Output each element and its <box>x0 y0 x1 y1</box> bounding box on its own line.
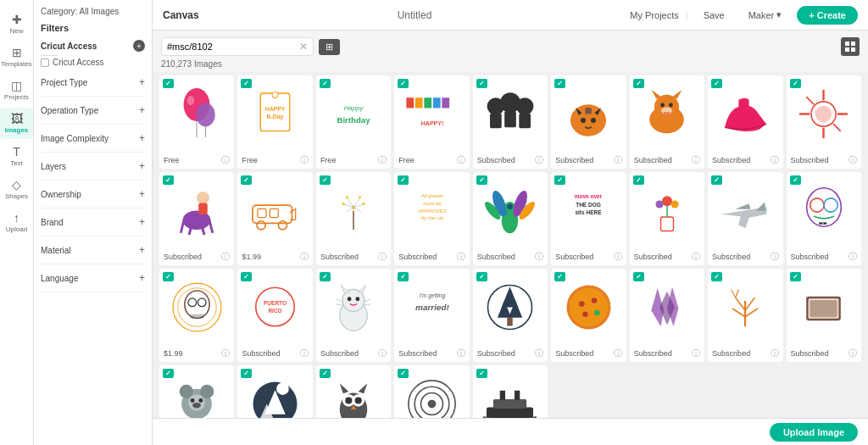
image-info-icon[interactable]: ⓘ <box>849 251 857 263</box>
nav-item-new[interactable]: ✚ New <box>0 8 33 40</box>
document-title: Untitled <box>398 9 432 21</box>
image-card[interactable]: ✓ Subscribed ⓘ <box>787 75 861 169</box>
maker-button[interactable]: Maker ▾ <box>740 6 791 24</box>
filter-section-language[interactable]: Language + <box>41 270 145 292</box>
image-card[interactable]: ✓ Subscribed ⓘ <box>473 75 548 169</box>
image-info-icon[interactable]: ⓘ <box>614 348 622 359</box>
image-card[interactable]: ✓ Free ⓘ <box>159 75 234 169</box>
image-info-icon[interactable]: ⓘ <box>378 251 387 263</box>
nav-item-text[interactable]: T Text <box>0 141 33 172</box>
image-card[interactable]: ✓ Subscribed ⓘ <box>630 75 704 169</box>
image-info-icon[interactable]: ⓘ <box>457 251 465 263</box>
image-info-icon[interactable]: ⓘ <box>614 154 622 166</box>
svg-rect-96 <box>823 222 826 224</box>
image-card[interactable]: ✓ $1.99 ⓘ <box>159 269 234 362</box>
save-button[interactable]: Save <box>695 7 733 24</box>
upload-image-button[interactable]: Upload Image <box>770 423 858 442</box>
nav-item-projects[interactable]: ◫ Projects <box>0 75 33 106</box>
svg-point-154 <box>276 382 289 395</box>
filter-section-ownership[interactable]: Ownership + <box>41 186 145 209</box>
svg-rect-57 <box>270 209 278 217</box>
image-info-icon[interactable]: ⓘ <box>692 348 700 359</box>
image-card[interactable]: ✓ HAPPY! Free ⓘ <box>394 75 469 169</box>
cricut-access-checkbox[interactable] <box>41 58 49 67</box>
image-card[interactable]: ✓ Subscribed ⓘ <box>316 365 391 418</box>
image-card[interactable]: ✓ Subscribed ⓘ <box>473 172 548 265</box>
image-card[interactable]: ✓ Subscribed ⓘ <box>473 365 548 418</box>
filter-section-operation-type[interactable]: Operation Type + <box>41 102 145 125</box>
filter-section-material[interactable]: Material + <box>41 242 145 264</box>
image-card[interactable]: ✓ All guestsmust beAPPROVEDby the cat Su… <box>394 172 469 265</box>
filter-section-project-type[interactable]: Project Type + <box>41 74 145 97</box>
image-label-row: Subscribed ⓘ <box>551 152 626 169</box>
image-card[interactable]: ✓ Subscribed ⓘ <box>787 269 861 362</box>
image-info-icon[interactable]: ⓘ <box>221 348 230 359</box>
image-info-icon[interactable]: ⓘ <box>221 154 230 166</box>
svg-point-70 <box>342 202 345 204</box>
image-info-icon[interactable]: ⓘ <box>614 251 622 263</box>
image-info-icon[interactable]: ⓘ <box>535 154 543 166</box>
image-info-icon[interactable]: ⓘ <box>378 348 387 359</box>
image-card[interactable]: ✓ Subscribed ⓘ <box>316 269 391 362</box>
search-go-button[interactable]: ⊞ <box>319 39 340 55</box>
cricut-access-item[interactable]: Cricut Access <box>41 58 145 67</box>
filter-section-layers[interactable]: Layers + <box>41 158 145 181</box>
image-card[interactable]: ✓ Subscribed ⓘ <box>316 172 391 265</box>
svg-point-88 <box>662 196 672 206</box>
image-card[interactable]: ✓ Subscribed ⓘ <box>473 269 548 362</box>
create-button[interactable]: + Create <box>797 6 858 25</box>
filter-section-brand[interactable]: Brand + <box>41 214 145 236</box>
search-clear-button[interactable]: ✕ <box>299 41 308 53</box>
image-card[interactable]: ✓ Subscribed ⓘ <box>394 365 469 418</box>
image-card[interactable]: ✓ Subscribed ⓘ <box>787 172 861 265</box>
image-card[interactable]: ✓ Subscribed ⓘ <box>237 365 312 418</box>
image-preview: ✓ <box>159 365 234 418</box>
cricut-access-add-button[interactable]: + <box>133 40 145 52</box>
my-projects-label[interactable]: My Projects <box>630 10 678 20</box>
image-info-icon[interactable]: ⓘ <box>300 348 309 359</box>
image-card[interactable]: ✓ $1.99 ⓘ <box>237 172 312 265</box>
image-info-icon[interactable]: ⓘ <box>300 251 309 263</box>
image-card[interactable]: ✓ Subscribed ⓘ <box>551 269 626 362</box>
image-info-icon[interactable]: ⓘ <box>535 348 543 359</box>
image-card[interactable]: ✓ PUERTORICO Subscribed ⓘ <box>237 269 312 362</box>
image-card[interactable]: ✓ Subscribed ⓘ <box>551 75 626 169</box>
image-card[interactable]: ✓ Subscribed ⓘ <box>159 172 234 265</box>
image-info-icon[interactable]: ⓘ <box>457 154 465 166</box>
image-info-icon[interactable]: ⓘ <box>771 154 779 166</box>
image-info-icon[interactable]: ⓘ <box>771 251 779 263</box>
svg-point-58 <box>257 220 265 229</box>
image-info-icon[interactable]: ⓘ <box>849 154 857 166</box>
filter-section-image-complexity[interactable]: Image Complexity + <box>41 130 145 153</box>
image-card[interactable]: ✓ HappyBirthday Free ⓘ <box>316 75 391 169</box>
grid-view-button[interactable] <box>841 37 860 56</box>
image-card[interactable]: ✓ Subscribed ⓘ <box>630 172 704 265</box>
image-info-icon[interactable]: ⓘ <box>771 348 779 359</box>
image-card[interactable]: ✓ HAPPYB-Day Free ⓘ <box>237 75 312 169</box>
nav-item-templates[interactable]: ⊞ Templates <box>0 42 33 73</box>
image-info-icon[interactable]: ⓘ <box>300 154 309 166</box>
image-info-icon[interactable]: ⓘ <box>378 154 387 166</box>
image-card[interactable]: ✓ move overTHE DOGsits HERE Subscribed ⓘ <box>551 172 626 265</box>
svg-rect-19 <box>442 97 449 108</box>
image-card[interactable]: ✓ I'm gettingmarried! Subscribed ⓘ <box>394 269 469 362</box>
image-card[interactable]: ✓ Subscribed ⓘ <box>708 75 782 169</box>
image-card[interactable]: ✓ Subscribed ⓘ <box>708 269 782 362</box>
nav-item-shapes[interactable]: ◇ Shapes <box>0 174 33 205</box>
image-info-icon[interactable]: ⓘ <box>849 348 857 359</box>
image-card[interactable]: ✓ Subscribed ⓘ <box>159 365 234 418</box>
filters-title: Filters <box>41 23 145 33</box>
svg-rect-3 <box>851 47 855 52</box>
image-info-icon[interactable]: ⓘ <box>457 348 465 359</box>
nav-item-upload[interactable]: ↑ Upload <box>0 207 33 238</box>
image-info-icon[interactable]: ⓘ <box>535 251 543 263</box>
image-info-icon[interactable]: ⓘ <box>692 154 700 166</box>
nav-item-images[interactable]: 🖼 Images <box>0 108 33 139</box>
search-input[interactable] <box>167 42 299 52</box>
image-info-icon[interactable]: ⓘ <box>692 251 700 263</box>
image-card[interactable]: ✓ Subscribed ⓘ <box>708 172 782 265</box>
image-info-icon[interactable]: ⓘ <box>221 251 230 263</box>
svg-point-102 <box>198 298 206 306</box>
image-grid-wrap[interactable]: ✓ Free ⓘ ✓ HAPPYB-Day Free ⓘ ✓ HappyBirt… <box>153 72 868 418</box>
image-card[interactable]: ✓ Subscribed ⓘ <box>630 269 704 362</box>
